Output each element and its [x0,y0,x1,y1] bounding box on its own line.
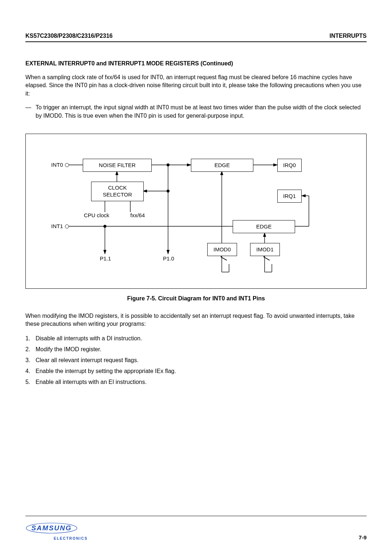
list-text: Clear all relevant interrupt request fla… [36,356,139,365]
box-imod0: IMOD0 [207,243,237,256]
list-text: Enable the interrupt by setting the appr… [36,367,176,376]
list-number: 4. [25,367,36,376]
electronics-label: ELECTRONICS [54,536,88,540]
samsung-logo-icon: SAMSUNG [25,523,83,536]
list-item: 2.Modify the IMOD register. [25,345,367,354]
circuit-diagram: INT0 NOISE FILTER CLOCK SELECTOR CPU clo… [25,134,367,289]
list-number: 5. [25,378,36,386]
label-p10: P1.0 [163,255,174,262]
box-clock-selector: CLOCK SELECTOR [91,182,144,201]
numbered-list: 1.Disable all interrupts with a DI instr… [25,334,367,386]
box-irq1: IRQ1 [277,190,302,203]
header-rule [25,41,367,42]
list-text: Disable all interrupts with a DI instruc… [36,334,142,343]
page-footer: SAMSUNG ELECTRONICS 7-9 [25,516,367,540]
port-int1 [65,224,69,228]
figure-caption: Figure 7-5. Circuit Diagram for INT0 and… [25,295,367,302]
list-item: 5.Enable all interrupts with an EI instr… [25,378,367,386]
list-number: 1. [25,334,36,343]
header-left: KS57C2308/P2308/C2316/P2316 [25,33,113,39]
diagram-wires [26,134,366,288]
list-item: 3.Clear all relevant interrupt request f… [25,356,367,365]
label-fxx64: fxx/64 [130,212,145,218]
box-imod1: IMOD1 [250,243,280,256]
box-irq0: IRQ0 [277,159,302,172]
dash-list-item: — To trigger an interrupt, the input sig… [25,104,367,120]
list-item: 1.Disable all interrupts with a DI instr… [25,334,367,343]
box-noise-filter: NOISE FILTER [83,159,152,172]
node-dot-3 [167,190,170,193]
list-item: 4.Enable the interrupt by setting the ap… [25,367,367,376]
dash-icon: — [25,104,36,120]
node-dot-1 [167,163,170,166]
list-number: 2. [25,345,36,354]
paragraph-1: When a sampling clock rate of fxx/64 is … [25,73,367,98]
page-header: KS57C2308/P2308/C2316/P2316 INTERRUPTS [25,33,367,39]
paragraph-2: When modifying the IMOD registers, it is… [25,312,367,328]
label-p11: P1.1 [100,255,111,262]
label-cpu-clock: CPU clock [84,212,109,218]
samsung-logo: SAMSUNG ELECTRONICS [25,523,88,540]
list-text: Enable all interrupts with an EI instruc… [36,378,147,386]
svg-text:SAMSUNG: SAMSUNG [31,524,72,532]
dash-item-text: To trigger an interrupt, the input signa… [36,104,367,120]
dash-list: — To trigger an interrupt, the input sig… [25,104,367,120]
page-number: 7-9 [359,534,367,540]
footer-rule [25,516,367,516]
port-int0 [65,163,69,167]
label-int1: INT1 [51,223,63,229]
node-dot-2 [103,225,106,228]
box-edge1: EDGE [233,220,295,233]
box-edge0: EDGE [191,159,253,172]
header-right: INTERRUPTS [330,33,367,39]
section-title: EXTERNAL INTERRUPT0 and INTERRUPT1 MODE … [25,60,367,67]
list-number: 3. [25,356,36,365]
label-int0: INT0 [51,162,63,168]
list-text: Modify the IMOD register. [36,345,101,354]
